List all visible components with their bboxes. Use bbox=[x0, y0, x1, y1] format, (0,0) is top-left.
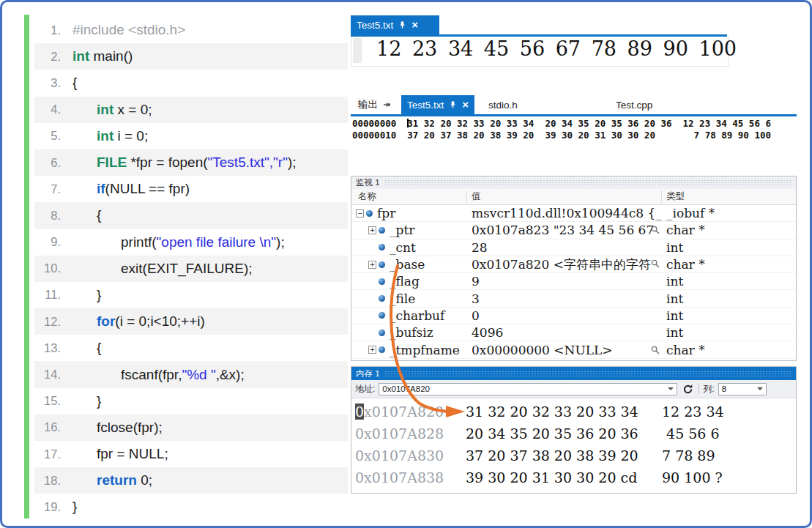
code-panel: 1.#include <stdio.h>2.int main()3.{4.int… bbox=[34, 17, 348, 521]
watch-row-fpr[interactable]: −fprmsvcr110d.dll!0x100944c8 {_p_iobuf * bbox=[351, 205, 796, 222]
tab-underline bbox=[351, 114, 797, 116]
title-grip-texture bbox=[384, 179, 792, 186]
magnifier-icon[interactable] bbox=[651, 259, 660, 269]
tab-test5-txt[interactable]: Test5.txt × bbox=[351, 15, 439, 34]
code-line: 1.#include <stdio.h> bbox=[34, 17, 348, 43]
code-token: fscanf(fpr, bbox=[121, 367, 182, 382]
code-text: printf("open file failure \n"); bbox=[121, 234, 285, 250]
line-number: 10. bbox=[34, 261, 61, 275]
watch-value-cell: 0x00000000 <NULL> bbox=[467, 343, 662, 357]
collapse-icon[interactable]: − bbox=[356, 209, 364, 217]
expand-icon[interactable]: + bbox=[368, 346, 376, 354]
refresh-button[interactable] bbox=[681, 382, 695, 395]
memory-address: 0x0107A820 bbox=[351, 404, 466, 420]
screenshot-root: 1.#include <stdio.h>2.int main()3.{4.int… bbox=[0, 0, 812, 528]
watch-row-ptr[interactable]: +_ptr0x0107a823 "23 34 45 56 67char * bbox=[351, 222, 796, 239]
close-icon[interactable]: × bbox=[462, 100, 469, 110]
close-icon[interactable]: × bbox=[411, 20, 418, 30]
code-token: ); bbox=[276, 234, 285, 250]
code-text: if(NULL == fpr) bbox=[97, 181, 190, 197]
watch-title-bar[interactable]: 监视 1 bbox=[351, 176, 796, 189]
tab-test5-txt[interactable]: Test5.txt× bbox=[401, 95, 474, 114]
code-line: 14.fscanf(fpr,"%d ",&x); bbox=[34, 361, 348, 387]
code-token: (i = 0;i<10;++i) bbox=[115, 313, 205, 329]
watch-value-cell: 0x0107a823 "23 34 45 56 67 bbox=[467, 223, 662, 237]
memory-row: 0x0107A82820 34 35 20 35 36 20 36 45 56 … bbox=[351, 423, 796, 445]
watch-type-cell: int bbox=[662, 274, 796, 289]
watch-type-cell: char * bbox=[662, 257, 796, 272]
tab-label: Test5.txt bbox=[357, 20, 393, 31]
line-number: 18. bbox=[34, 474, 61, 488]
watch-row-file[interactable]: _file3int bbox=[351, 290, 796, 307]
hex-bytes: 37 20 37 38 20 38 39 20 39 30 20 31 30 3… bbox=[407, 130, 771, 141]
watch-value: 0 bbox=[472, 308, 480, 323]
memory-address: 0x0107A830 bbox=[351, 447, 466, 464]
chevron-down-icon[interactable] bbox=[668, 387, 674, 390]
pin-icon[interactable] bbox=[383, 101, 392, 109]
pin-icon[interactable] bbox=[449, 100, 457, 109]
chevron-down-icon[interactable] bbox=[757, 387, 763, 390]
watch-row-charbuf[interactable]: _charbuf0int bbox=[351, 308, 796, 324]
code-text: fclose(fpr); bbox=[97, 420, 163, 436]
expand-icon[interactable]: + bbox=[368, 261, 376, 269]
code-text: fpr = NULL; bbox=[97, 446, 168, 462]
watch-row-cnt[interactable]: _cnt28int bbox=[351, 239, 796, 256]
code-text: #include <stdio.h> bbox=[72, 22, 185, 38]
line-number: 3. bbox=[34, 76, 61, 90]
member-bullet-icon bbox=[379, 330, 385, 336]
code-token: ); bbox=[288, 155, 297, 170]
line-number: 19. bbox=[34, 500, 61, 514]
code-line: 13.{ bbox=[34, 335, 348, 361]
column-header-name[interactable]: 名称 bbox=[351, 190, 467, 203]
code-line: 10.exit(EXIT_FAILURE); bbox=[34, 256, 348, 282]
magnifier-icon[interactable] bbox=[651, 226, 660, 235]
watch-row-flag[interactable]: _flag9int bbox=[351, 273, 796, 290]
column-header-value[interactable]: 值 bbox=[467, 190, 662, 203]
address-input[interactable]: 0x0107A820 bbox=[379, 383, 677, 395]
memory-bytes: 39 30 20 31 30 30 20 cd bbox=[466, 469, 637, 486]
address-label: 地址: bbox=[355, 383, 375, 395]
expand-icon[interactable]: + bbox=[368, 226, 376, 234]
watch-value-cell: 0x0107a820 <字符串中的字符 bbox=[467, 256, 662, 273]
magnifier-icon[interactable] bbox=[651, 346, 660, 355]
code-token: i = 0; bbox=[113, 128, 148, 144]
code-text: fscanf(fpr,"%d ",&x); bbox=[121, 367, 245, 383]
code-token: #include <stdio.h> bbox=[72, 22, 185, 37]
tab-label: 输出 bbox=[358, 98, 378, 111]
watch-row-base[interactable]: +_base0x0107a820 <字符串中的字符char * bbox=[351, 256, 796, 273]
tab-test-cpp[interactable]: Test.cpp bbox=[610, 95, 658, 114]
code-token: { bbox=[72, 75, 77, 90]
pin-icon[interactable] bbox=[398, 21, 406, 29]
address-value: 0x0107A820 bbox=[382, 384, 430, 393]
watch-row-tmpfname[interactable]: +_tmpfname0x00000000 <NULL>char * bbox=[351, 341, 796, 358]
member-bullet-icon bbox=[379, 261, 385, 268]
line-number: 14. bbox=[34, 368, 61, 382]
code-line: 19.} bbox=[34, 494, 348, 520]
watch-row-bufsiz[interactable]: _bufsiz4096int bbox=[351, 324, 796, 341]
code-token: { bbox=[97, 207, 101, 223]
line-number: 17. bbox=[34, 447, 61, 461]
column-header-type[interactable]: 类型 bbox=[662, 190, 796, 203]
code-token: "Test5.txt","r" bbox=[208, 155, 288, 170]
line-number: 9. bbox=[34, 235, 61, 249]
tab--[interactable]: 输出 bbox=[352, 95, 397, 114]
memory-bytes: 31 32 20 32 33 20 33 34 bbox=[466, 404, 638, 420]
memory-row: 0x0107A82031 32 20 32 33 20 33 3412 23 3… bbox=[351, 401, 796, 423]
line-number: 4. bbox=[34, 103, 61, 116]
columns-input[interactable]: 8 bbox=[718, 383, 767, 395]
tab-stdio-h[interactable]: stdio.h bbox=[483, 95, 524, 114]
watch-type-cell: char * bbox=[662, 343, 796, 357]
watch-name: _tmpfname bbox=[390, 343, 460, 357]
code-text: { bbox=[97, 207, 101, 223]
tab-label: Test.cpp bbox=[616, 100, 652, 111]
watch-value: 0x0107a823 "23 34 45 56 67 bbox=[472, 223, 654, 237]
member-bullet-icon bbox=[379, 346, 385, 353]
memory-title-bar[interactable]: 内存 1 bbox=[351, 367, 796, 380]
line-number: 7. bbox=[34, 182, 61, 196]
watch-value-cell: 3 bbox=[467, 291, 662, 306]
code-line: 15.} bbox=[34, 388, 348, 414]
watch-type-cell: char * bbox=[662, 223, 796, 237]
hex-dump: 00000000 31 32 20 32 33 20 33 34 20 34 3… bbox=[352, 118, 771, 141]
watch-value: msvcr110d.dll!0x100944c8 {_p bbox=[472, 206, 662, 220]
code-token: fclose(fpr); bbox=[97, 420, 163, 435]
